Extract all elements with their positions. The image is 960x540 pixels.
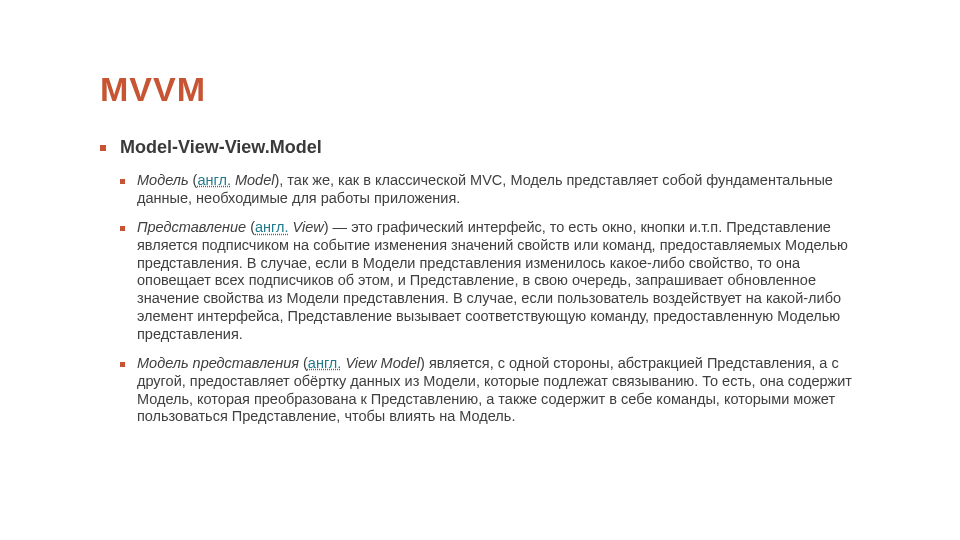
lang-link[interactable]: англ. [197,172,231,188]
lang-link[interactable]: англ. [255,219,289,235]
list-item: Модель (англ. Model), так же, как в клас… [120,172,870,207]
term-en: Model [231,172,275,188]
term-en: View [289,219,324,235]
lang-link[interactable]: англ. [308,355,342,371]
subtitle-row: Model-View-View.Model [100,137,870,158]
item-text: Модель представления (англ. View Model) … [137,355,870,426]
bullet-icon [120,179,125,184]
term-en: View Model [341,355,420,371]
list-item: Представление (англ. View) — это графиче… [120,219,870,343]
term: Представление [137,219,246,235]
slide-subtitle: Model-View-View.Model [120,137,322,158]
bullet-icon [120,362,125,367]
text: ( [299,355,308,371]
text: ) — это графический интерфейс, то есть о… [137,219,848,341]
item-text: Модель (англ. Model), так же, как в клас… [137,172,870,207]
list-item: Модель представления (англ. View Model) … [120,355,870,426]
term: Модель [137,172,189,188]
item-text: Представление (англ. View) — это графиче… [137,219,870,343]
text: ( [246,219,255,235]
bullet-icon [120,226,125,231]
slide: MVVM Model-View-View.Model Модель (англ.… [0,0,960,478]
slide-title: MVVM [100,70,870,109]
bullet-icon [100,145,106,151]
term: Модель представления [137,355,299,371]
